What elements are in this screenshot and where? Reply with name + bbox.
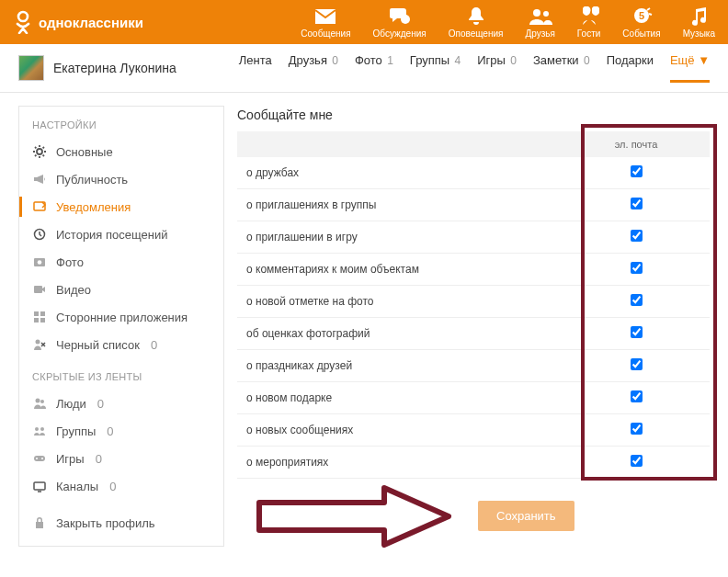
megaphone-icon (32, 172, 47, 187)
sidebar-item-label: Сторонние приложения (56, 311, 188, 324)
sidebar-item-tv[interactable]: Каналы 0 (19, 472, 223, 500)
header-item-events[interactable]: 5События (622, 6, 660, 39)
sidebar-item-label: Группы (56, 424, 96, 438)
email-checkbox[interactable] (631, 326, 643, 338)
friends-icon (529, 6, 552, 27)
svg-rect-23 (34, 482, 45, 490)
header-item-music[interactable]: Музыка (683, 6, 715, 39)
notify-label: о комментариях к моим объектам (237, 254, 563, 286)
video-icon (32, 282, 47, 297)
sidebar-item-people[interactable]: Люди 0 (19, 390, 223, 417)
notify-icon (32, 199, 47, 214)
sidebar-item-count: 0 (107, 424, 113, 438)
email-checkbox[interactable] (631, 423, 643, 435)
svg-point-10 (38, 260, 42, 265)
sidebar-item-megaphone[interactable]: Публичность (19, 165, 223, 193)
header-item-label: Обсуждения (373, 28, 427, 39)
email-checkbox[interactable] (631, 165, 643, 177)
sidebar-item-count: 0 (109, 480, 116, 493)
tab-label: Лента (239, 53, 272, 67)
notify-label: о новых сообщениях (237, 414, 563, 447)
header-item-guests[interactable]: Гости (577, 6, 600, 39)
email-checkbox[interactable] (631, 262, 643, 274)
annotation-arrow-icon (256, 484, 458, 549)
gamepad-icon (32, 451, 47, 466)
tab-label: Подарки (607, 53, 654, 67)
notify-label: о приглашениях в группы (237, 189, 563, 221)
table-row: о приглашениях в группы (237, 189, 710, 221)
table-row: о мероприятиях (237, 447, 710, 479)
logo[interactable]: одноклассники (13, 10, 143, 34)
tab-label: Игры (477, 53, 506, 67)
groups-icon (32, 424, 47, 438)
tab-count: 0 (581, 54, 590, 67)
notify-label: об оценках фотографий (237, 318, 563, 350)
tab-подарки[interactable]: Подарки (607, 53, 654, 67)
email-checkbox[interactable] (631, 390, 643, 402)
svg-point-2 (533, 9, 540, 17)
notify-label: о новой отметке на фото (237, 286, 563, 318)
tab-заметки[interactable]: Заметки 0 (533, 53, 590, 67)
sidebar-item-gear[interactable]: Основные (19, 138, 223, 165)
profile-name: Екатерина Луконина (53, 61, 176, 75)
sidebar-item-count: 0 (151, 338, 157, 352)
sidebar-item-close-profile[interactable]: Закрыть профиль (19, 509, 223, 537)
svg-rect-12 (34, 311, 39, 316)
tab-count: 0 (329, 54, 338, 67)
sidebar-item-notify[interactable]: Уведомления (19, 193, 223, 221)
chat-icon (389, 6, 411, 27)
tab-лента[interactable]: Лента (239, 53, 272, 67)
sidebar: НАСТРОЙКИ ОсновныеПубличностьУведомления… (18, 106, 224, 547)
header-item-bell[interactable]: Оповещения (449, 6, 504, 39)
sidebar-item-count: 0 (96, 452, 102, 466)
top-header: одноклассники СообщенияОбсужденияОповеще… (0, 0, 728, 44)
tab-фото[interactable]: Фото 1 (355, 53, 393, 67)
sidebar-item-video[interactable]: Видео (19, 276, 223, 303)
save-button[interactable]: Сохранить (478, 501, 574, 531)
tab-label: Ещё ▼ (670, 53, 710, 67)
email-checkbox[interactable] (631, 198, 643, 209)
header-item-mail[interactable]: Сообщения (301, 6, 350, 39)
header-item-label: События (622, 28, 660, 39)
svg-rect-14 (34, 318, 39, 322)
tab-label: Группы (410, 53, 449, 67)
svg-point-17 (36, 399, 40, 403)
notify-table: эл. почта о дружбахо приглашениях в груп… (237, 131, 710, 479)
svg-point-16 (36, 340, 40, 345)
svg-point-6 (37, 149, 42, 154)
email-checkbox[interactable] (631, 455, 643, 467)
people-icon (32, 396, 47, 411)
sidebar-item-label: Видео (56, 283, 91, 297)
tab-группы[interactable]: Группы 4 (410, 53, 461, 67)
email-checkbox[interactable] (631, 294, 643, 306)
email-checkbox[interactable] (631, 358, 643, 370)
svg-point-20 (40, 427, 44, 431)
header-item-friends[interactable]: Друзья (525, 6, 554, 39)
sidebar-title-hidden: СКРЫТЫЕ ИЗ ЛЕНТЫ (19, 368, 223, 390)
col-label (237, 131, 563, 157)
table-row: о новой отметке на фото (237, 286, 710, 318)
header-item-label: Сообщения (301, 28, 350, 39)
sidebar-item-blacklist[interactable]: Черный список 0 (19, 331, 223, 358)
svg-rect-11 (34, 286, 42, 293)
sidebar-item-label: Черный список (56, 338, 140, 352)
header-item-chat[interactable]: Обсуждения (373, 6, 427, 39)
sidebar-item-camera[interactable]: Фото (19, 248, 223, 276)
brand-text: одноклассники (39, 15, 143, 30)
sidebar-item-groups[interactable]: Группы 0 (19, 417, 223, 445)
notify-label: о дружбах (237, 157, 563, 189)
tab-друзья[interactable]: Друзья 0 (289, 53, 338, 67)
tab-label: Фото (355, 53, 382, 67)
svg-point-19 (35, 427, 39, 431)
subheader: Екатерина Луконина ЛентаДрузья 0Фото 1Гр… (0, 44, 728, 93)
tab-ещё[interactable]: Ещё ▼ (670, 53, 710, 83)
sidebar-item-apps[interactable]: Сторонние приложения (19, 303, 223, 331)
main-panel: Сообщайте мне эл. почта о дружбахо пригл… (237, 106, 710, 540)
sidebar-item-gamepad[interactable]: Игры 0 (19, 445, 223, 472)
sidebar-item-history[interactable]: История посещений (19, 221, 223, 248)
tab-игры[interactable]: Игры 0 (477, 53, 517, 67)
email-checkbox[interactable] (631, 230, 643, 242)
profile-block[interactable]: Екатерина Луконина (18, 55, 176, 81)
events-icon: 5 (631, 6, 653, 27)
header-item-label: Друзья (525, 28, 554, 39)
